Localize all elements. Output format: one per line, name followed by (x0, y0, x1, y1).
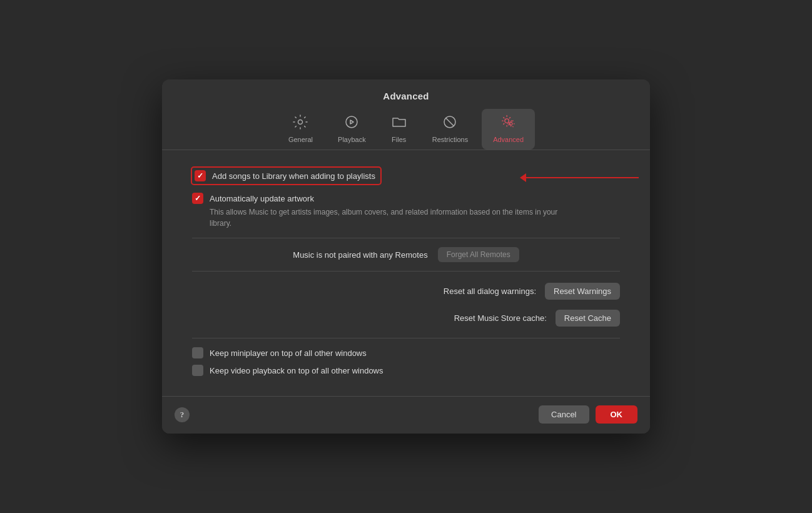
advanced-gear-icon (500, 114, 517, 133)
block-icon (442, 114, 458, 133)
help-button[interactable]: ? (175, 407, 190, 422)
tab-playback-label: Playback (338, 136, 366, 143)
window-options-section: ✓ Keep miniplayer on top of all other wi… (192, 338, 620, 383)
tab-general[interactable]: General (277, 109, 324, 150)
arrowhead (520, 173, 526, 182)
content-area: ✓ Add songs to Library when adding to pl… (162, 150, 650, 396)
play-icon (343, 114, 360, 133)
tab-files[interactable]: Files (380, 109, 419, 150)
action-buttons: Cancel OK (539, 405, 637, 424)
ok-button[interactable]: OK (596, 405, 638, 424)
arrow-shaft (526, 177, 639, 179)
tab-files-label: Files (392, 136, 406, 143)
video-playback-row: ✓ Keep video playback on top of all othe… (192, 365, 620, 376)
add-songs-label: Add songs to Library when adding to play… (212, 171, 375, 181)
preferences-dialog: Advanced General Playback (162, 79, 650, 434)
gear-icon (292, 114, 308, 133)
miniplayer-row: ✓ Keep miniplayer on top of all other wi… (192, 347, 620, 358)
reset-warnings-button[interactable]: Reset Warnings (545, 283, 620, 300)
library-section: ✓ Add songs to Library when adding to pl… (192, 165, 620, 238)
tab-advanced[interactable]: Advanced (482, 109, 535, 150)
cancel-button[interactable]: Cancel (539, 405, 589, 424)
add-songs-checkbox[interactable]: ✓ (195, 170, 206, 181)
miniplayer-label: Keep miniplayer on top of all other wind… (210, 348, 367, 358)
tab-restrictions-label: Restrictions (432, 136, 468, 143)
tab-general-label: General (288, 136, 313, 143)
auto-artwork-checkbox[interactable]: ✓ (192, 193, 203, 204)
reset-warnings-row: Reset all dialog warnings: Reset Warning… (192, 278, 620, 305)
svg-line-2 (446, 118, 454, 126)
dialog-title: Advanced (162, 91, 650, 101)
tab-restrictions[interactable]: Restrictions (421, 109, 479, 150)
remotes-section: Music is not paired with any Remotes For… (192, 238, 620, 272)
red-arrow-annotation (520, 173, 639, 182)
reset-warnings-label: Reset all dialog warnings: (444, 287, 536, 296)
tab-bar: General Playback Files (162, 101, 650, 150)
miniplayer-checkbox[interactable]: ✓ (192, 347, 203, 358)
artwork-description: This allows Music to get artists images,… (210, 206, 560, 229)
tab-playback[interactable]: Playback (327, 109, 377, 150)
reset-cache-row: Reset Music Store cache: Reset Cache (192, 305, 620, 332)
video-playback-checkbox[interactable]: ✓ (192, 365, 203, 376)
video-playback-label: Keep video playback on top of all other … (210, 366, 383, 375)
reset-section: Reset all dialog warnings: Reset Warning… (192, 272, 620, 338)
auto-artwork-label: Automatically update artwork (210, 194, 314, 203)
folder-icon (391, 114, 407, 133)
svg-point-0 (346, 116, 357, 128)
add-songs-row: ✓ Add songs to Library when adding to pl… (192, 168, 380, 184)
auto-artwork-row: ✓ Automatically update artwork (192, 193, 620, 204)
tab-advanced-label: Advanced (493, 136, 524, 143)
reset-cache-button[interactable]: Reset Cache (556, 310, 620, 327)
reset-cache-label: Reset Music Store cache: (454, 313, 547, 323)
title-bar: Advanced (162, 79, 650, 101)
bottom-bar: ? Cancel OK (162, 396, 650, 434)
forget-remotes-button[interactable]: Forget All Remotes (438, 247, 519, 262)
remotes-status-label: Music is not paired with any Remotes (293, 250, 427, 260)
